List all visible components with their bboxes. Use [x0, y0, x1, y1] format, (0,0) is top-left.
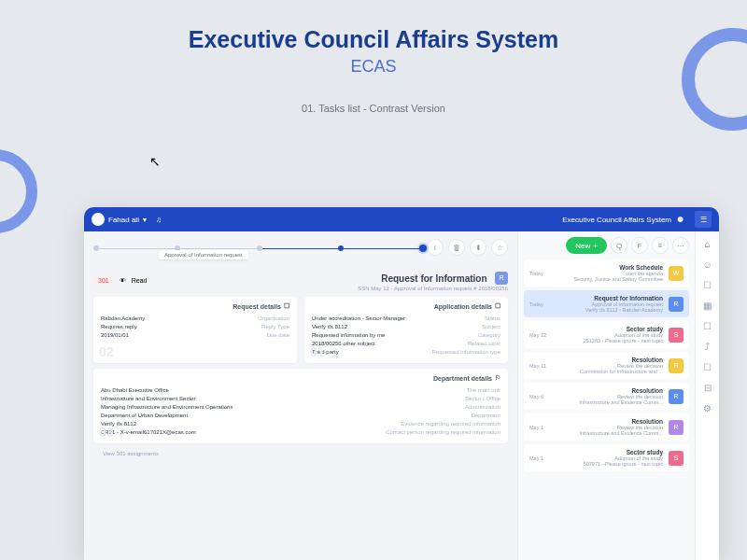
user-name: Fahad ali — [108, 216, 139, 224]
sidebar-clipboard-icon[interactable]: ☐ — [701, 278, 714, 291]
list-item[interactable]: May 11ResolutionReview the decisionCommi… — [524, 352, 689, 379]
hero-title: Executive Council Affairs System — [0, 26, 747, 53]
item-date: May 1 — [529, 425, 552, 430]
sidebar-home-icon[interactable]: ⌂ — [701, 237, 714, 250]
card-row: Department of Urban DevelopmentDepartmen… — [101, 413, 500, 418]
menu-button[interactable]: ☰ — [695, 211, 712, 228]
cursor-icon: ↖ — [149, 154, 161, 169]
hero-section: Executive Council Affairs System ECAS 01… — [0, 0, 747, 114]
sidebar-users-icon[interactable]: ☺ — [701, 258, 714, 271]
item-date: Today — [529, 271, 552, 276]
download-button[interactable]: ⬇ — [470, 239, 486, 256]
request-title: Request for Information — [381, 273, 486, 284]
card-row: Requires replyReply Type — [101, 324, 289, 329]
count-badge: 301 — [93, 276, 114, 285]
item-date: Today — [529, 301, 552, 307]
card-row: Rabdan AcademyOrganisation — [101, 315, 289, 321]
stepper: Approval of Information request — [93, 239, 427, 256]
plus-icon: + — [593, 242, 598, 250]
sidebar-settings-icon[interactable]: ⚙ — [701, 401, 714, 414]
info-button[interactable]: i — [427, 239, 444, 256]
delete-button[interactable]: 🗑 — [448, 239, 465, 256]
item-title: Work Schedule — [557, 264, 663, 271]
item-title: Resolution — [557, 357, 663, 363]
decorative-circle-left — [0, 149, 37, 233]
request-badge: R — [495, 272, 508, 285]
star-button[interactable]: ☆ — [491, 239, 508, 256]
card-row: Verify tfs 8112Subject — [312, 324, 500, 329]
item-sub2: 251283 - Please ignore - next topic — [557, 338, 663, 343]
item-sub2: Commission for Infrastructure and ... — [557, 369, 663, 374]
item-sub2: Verify tfs 8112 - Rabdan Academy — [557, 307, 663, 313]
cards-row-2: Department details⚐ Abu Dhabi Executive … — [93, 369, 508, 443]
footer-text[interactable]: View 301 assignments — [93, 449, 508, 458]
topbar: Fahad ali ▾ ♫ Executive Council Affairs … — [84, 207, 719, 231]
step-line — [262, 248, 338, 249]
item-date: May 11 — [529, 363, 552, 369]
search-button[interactable]: Q — [611, 237, 627, 254]
avatar — [92, 213, 105, 226]
request-details-card: Request details☐ Rabdan AcademyOrganisat… — [93, 297, 297, 363]
request-subtitle: SSN May 12 - Approval of Information req… — [358, 286, 508, 291]
list-item[interactable]: May 1Sector studyAdoption of the study50… — [524, 444, 689, 471]
step-dot-current[interactable] — [419, 245, 427, 252]
eye-icon: 👁 — [120, 277, 126, 284]
item-sub2: Infrastructure and Evidence Comm... — [557, 430, 663, 436]
more-button[interactable]: ⋯ — [672, 237, 689, 254]
app-window: Fahad ali ▾ ♫ Executive Council Affairs … — [84, 207, 719, 560]
sort-button[interactable]: ≡ — [652, 237, 669, 254]
sidebar-archive-icon[interactable]: ⊟ — [701, 381, 714, 394]
step-line — [99, 248, 175, 249]
sidebar: ⌂ ☺ ☐ ▦ ☐ ⤴ ☐ ⊟ ⚙ — [695, 231, 719, 560]
bell-icon[interactable]: ♫ — [156, 216, 162, 224]
item-title: Request for Information — [557, 295, 663, 301]
item-date: May 1 — [529, 455, 552, 461]
card-row: 2019/01/01Due date — [101, 332, 289, 338]
department-details-card: Department details⚐ Abu Dhabi Executive … — [93, 369, 508, 443]
item-badge: R — [669, 420, 684, 435]
document-icon: ☐ — [495, 302, 500, 310]
sidebar-doc-icon[interactable]: ☐ — [701, 319, 714, 332]
filter-button[interactable]: F — [631, 237, 648, 254]
card-row: CR01 - X-v-email617021X@ecas.comContact … — [101, 429, 500, 435]
item-title: Sector study — [557, 449, 663, 455]
card-title: Application details — [434, 303, 492, 310]
card-row: Under accreditation - Sector ManagerStat… — [312, 315, 500, 321]
hero-subtitle: ECAS — [0, 57, 747, 77]
card-row: Infrastructure and Environment SectorSec… — [101, 396, 500, 401]
cards-row-1: Request details☐ Rabdan AcademyOrganisat… — [93, 297, 508, 363]
main-area: Approval of Information request i 🗑 ⬇ ☆ … — [84, 231, 719, 560]
sidebar-file-icon[interactable]: ☐ — [701, 360, 714, 373]
item-badge: R — [669, 297, 684, 312]
user-menu[interactable]: Fahad ali ▾ ♫ — [92, 213, 162, 226]
content-area: Approval of Information request i 🗑 ⬇ ☆ … — [84, 231, 517, 560]
list-item[interactable]: TodayWork Schedulestart the agendaSecuri… — [524, 259, 689, 287]
card-title: Request details — [233, 303, 281, 310]
read-label: Read — [132, 277, 148, 284]
new-button[interactable]: New+ — [566, 237, 607, 254]
sidebar-share-icon[interactable]: ⤴ — [701, 340, 714, 353]
item-badge: W — [669, 266, 684, 281]
card-row: Managing Infrastructure and Environment … — [101, 404, 500, 410]
request-header: 301 👁 Read Request for Information R SSN… — [93, 269, 508, 291]
item-badge: S — [669, 451, 684, 466]
top-row: Approval of Information request i 🗑 ⬇ ☆ — [93, 239, 508, 256]
step-tooltip: Approval of Information request — [159, 250, 248, 259]
list-item[interactable]: TodayRequest for InformationApproval of … — [524, 290, 689, 317]
list-item[interactable]: May 6ResolutionReview the decisionInfras… — [524, 383, 689, 410]
action-buttons: i 🗑 ⬇ ☆ — [427, 239, 508, 256]
document-icon: ☐ — [284, 302, 289, 310]
chevron-down-icon: ▾ — [143, 216, 147, 224]
item-date: May 12 — [529, 332, 552, 338]
sidebar-calendar-icon[interactable]: ▦ — [701, 299, 714, 312]
list-item[interactable]: May 12Sector studyAdoption of the study2… — [524, 321, 689, 348]
list-item[interactable]: May 1ResolutionReview the decisionInfras… — [524, 413, 689, 441]
item-badge: R — [669, 389, 684, 404]
card-number: 02 — [99, 344, 114, 359]
item-date: May 6 — [529, 394, 552, 399]
card-row: Abu Dhabi Executive OfficeThe main unit — [101, 387, 500, 393]
item-title: Resolution — [557, 418, 663, 425]
topbar-title: Executive Council Affairs System ⚈ ☰ — [562, 211, 712, 228]
item-badge: R — [669, 358, 684, 373]
application-details-card: Application details☐ Under accreditation… — [304, 297, 508, 363]
